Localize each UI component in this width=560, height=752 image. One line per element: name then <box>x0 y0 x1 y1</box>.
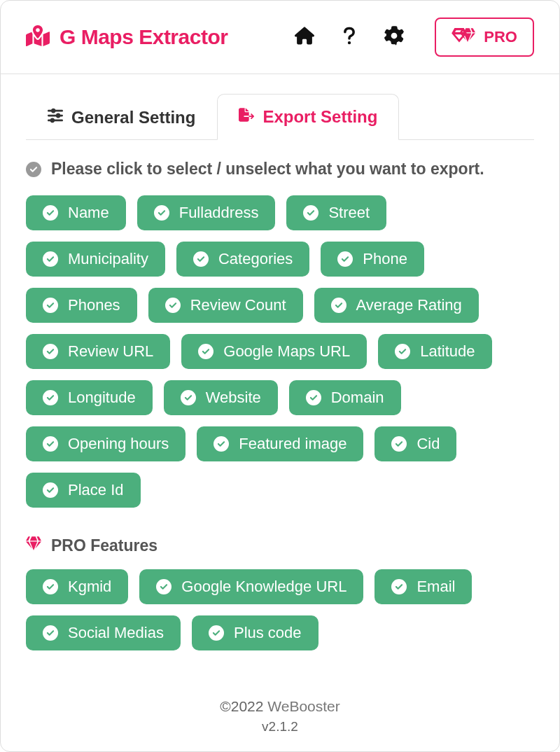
field-chip-label: Latitude <box>420 342 475 361</box>
check-circle-icon <box>43 298 58 313</box>
field-chip-phones[interactable]: Phones <box>26 288 137 323</box>
field-chip-social-medias[interactable]: Social Medias <box>26 615 181 650</box>
check-circle-icon <box>43 625 58 641</box>
field-chip-municipality[interactable]: Municipality <box>26 242 165 277</box>
field-chip-label: Opening hours <box>68 435 169 453</box>
field-chip-label: Fulladdress <box>179 204 259 222</box>
tabs: General Setting Export Setting <box>1 74 559 140</box>
field-chip-label: Cid <box>416 435 440 453</box>
field-chip-featured-image[interactable]: Featured image <box>197 426 363 461</box>
field-chip-label: Street <box>328 204 370 222</box>
field-chip-label: Phones <box>68 296 120 314</box>
check-circle-icon <box>43 205 58 221</box>
check-circle-icon <box>198 344 214 359</box>
pro-button[interactable]: PRO <box>435 18 534 57</box>
field-chip-label: Municipality <box>68 250 148 268</box>
check-circle-icon <box>306 390 321 405</box>
map-pin-icon <box>26 24 50 50</box>
field-chip-google-knowledge-url[interactable]: Google Knowledge URL <box>139 569 363 604</box>
instruction-text: Please click to select / unselect what y… <box>51 160 484 179</box>
field-chip-fulladdress[interactable]: Fulladdress <box>137 195 276 230</box>
help-button[interactable] <box>337 25 362 50</box>
field-chip-google-maps-url[interactable]: Google Maps URL <box>181 334 367 369</box>
home-button[interactable] <box>292 25 317 50</box>
copyright-text: ©2022 <box>220 698 267 714</box>
footer-version: v2.1.2 <box>1 719 559 734</box>
question-icon <box>340 26 359 48</box>
field-chip-website[interactable]: Website <box>164 380 278 415</box>
header: G Maps Extractor PRO <box>1 1 559 74</box>
home-icon <box>295 26 314 48</box>
settings-button[interactable] <box>382 25 407 50</box>
check-circle-icon <box>154 205 169 221</box>
check-circle-icon <box>43 251 58 267</box>
check-circle-icon <box>43 344 58 359</box>
field-chip-label: Social Medias <box>68 624 164 642</box>
check-circle-icon <box>331 298 346 313</box>
footer: ©2022 WeBooster v2.1.2 <box>1 673 559 751</box>
check-circle-icon <box>391 436 407 452</box>
field-chip-label: Name <box>68 204 109 222</box>
field-chip-review-count[interactable]: Review Count <box>148 288 303 323</box>
gear-icon <box>384 26 404 48</box>
field-chip-label: Place Id <box>68 481 124 499</box>
field-chip-label: Featured image <box>239 435 346 453</box>
pro-field-list: KgmidGoogle Knowledge URLEmailSocial Med… <box>26 569 534 650</box>
tab-general-label: General Setting <box>71 108 195 127</box>
field-chip-label: Categories <box>218 250 293 268</box>
file-export-icon <box>239 107 254 127</box>
check-circle-icon <box>181 390 196 405</box>
field-chip-label: Google Maps URL <box>223 342 350 361</box>
check-circle-icon <box>395 344 410 359</box>
field-chip-cid[interactable]: Cid <box>374 426 456 461</box>
field-chip-opening-hours[interactable]: Opening hours <box>26 426 186 461</box>
check-circle-icon <box>193 251 209 267</box>
pro-features-section: PRO Features KgmidGoogle Knowledge URLEm… <box>26 536 534 650</box>
diamond-icon <box>26 536 41 555</box>
app-title: G Maps Extractor <box>59 25 227 49</box>
pro-features-title: PRO Features <box>51 536 158 555</box>
field-chip-kgmid[interactable]: Kgmid <box>26 569 128 604</box>
check-circle-icon <box>391 579 407 594</box>
sliders-icon <box>48 108 63 127</box>
app-window: G Maps Extractor PRO <box>0 0 560 752</box>
footer-brand: WeBooster <box>267 698 340 714</box>
field-chip-categories[interactable]: Categories <box>176 242 309 277</box>
check-circle-icon <box>26 162 41 177</box>
tab-general-setting[interactable]: General Setting <box>26 95 217 140</box>
field-chip-street[interactable]: Street <box>286 195 386 230</box>
pro-label: PRO <box>484 28 517 46</box>
field-chip-place-id[interactable]: Place Id <box>26 473 141 508</box>
field-chip-label: Email <box>416 578 455 596</box>
field-chip-email[interactable]: Email <box>374 569 472 604</box>
export-field-list: NameFulladdressStreetMunicipalityCategor… <box>26 195 534 508</box>
check-circle-icon <box>214 436 229 452</box>
field-chip-average-rating[interactable]: Average Rating <box>314 288 479 323</box>
check-circle-icon <box>209 625 224 641</box>
field-chip-label: Average Rating <box>356 296 462 314</box>
field-chip-longitude[interactable]: Longitude <box>26 380 153 415</box>
field-chip-latitude[interactable]: Latitude <box>378 334 491 369</box>
check-circle-icon <box>43 436 58 452</box>
check-circle-icon <box>303 205 318 221</box>
field-chip-label: Phone <box>363 250 407 268</box>
field-chip-review-url[interactable]: Review URL <box>26 334 170 369</box>
export-panel: Please click to select / unselect what y… <box>1 140 559 673</box>
field-chip-label: Longitude <box>68 389 136 407</box>
tab-export-label: Export Setting <box>262 107 377 127</box>
field-chip-phone[interactable]: Phone <box>321 242 424 277</box>
field-chip-plus-code[interactable]: Plus code <box>192 615 318 650</box>
field-chip-domain[interactable]: Domain <box>289 380 401 415</box>
field-chip-label: Plus code <box>234 624 302 642</box>
tab-export-setting[interactable]: Export Setting <box>217 94 399 140</box>
field-chip-label: Kgmid <box>68 578 111 596</box>
field-chip-label: Website <box>206 389 261 407</box>
check-circle-icon <box>43 482 58 498</box>
field-chip-label: Google Knowledge URL <box>181 578 346 596</box>
field-chip-name[interactable]: Name <box>26 195 126 230</box>
app-logo: G Maps Extractor <box>26 24 227 50</box>
field-chip-label: Domain <box>331 389 384 407</box>
check-circle-icon <box>156 579 172 594</box>
check-circle-icon <box>337 251 353 267</box>
check-circle-icon <box>43 579 58 594</box>
